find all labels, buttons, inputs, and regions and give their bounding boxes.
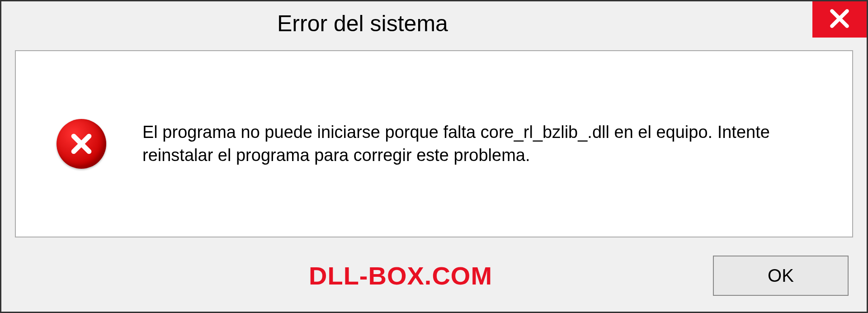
dialog-footer: DLL-BOX.COM OK [1, 247, 867, 312]
titlebar: Error del sistema [1, 1, 867, 50]
ok-button[interactable]: OK [713, 256, 849, 296]
close-icon [828, 7, 851, 32]
close-button[interactable] [812, 1, 867, 38]
error-icon-wrap [57, 119, 106, 169]
error-message: El programa no puede iniciarse porque fa… [142, 121, 825, 167]
error-dialog: Error del sistema El programa no puede i… [0, 0, 868, 313]
watermark-text: DLL-BOX.COM [19, 261, 492, 290]
content-area: El programa no puede iniciarse porque fa… [15, 50, 853, 237]
error-icon [57, 119, 106, 169]
dialog-title: Error del sistema [1, 1, 448, 50]
